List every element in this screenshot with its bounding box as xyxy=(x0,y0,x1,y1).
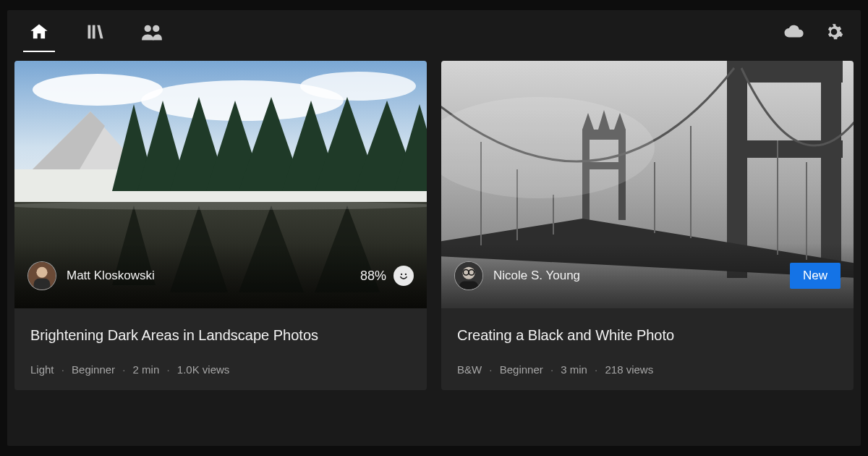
svg-rect-37 xyxy=(459,282,479,290)
meta-level: Beginner xyxy=(500,363,543,376)
meta-views: 218 views xyxy=(605,363,653,376)
card-thumbnail: Matt Kloskowski 88% xyxy=(14,61,427,308)
author-avatar xyxy=(454,261,483,290)
svg-rect-1 xyxy=(93,25,95,39)
rating: 88% xyxy=(360,266,414,286)
app-frame: Matt Kloskowski 88% Brightening Dark Are… xyxy=(7,10,861,446)
nav-library[interactable] xyxy=(81,10,110,56)
meta-duration: 3 min xyxy=(561,363,587,376)
cloud-icon xyxy=(783,22,804,45)
svg-point-3 xyxy=(153,25,159,32)
card-meta: Light · Beginner · 2 min · 1.0K views xyxy=(30,363,411,376)
svg-rect-0 xyxy=(88,25,91,39)
card-thumbnail: Nicole S. Young New xyxy=(441,61,854,308)
svg-rect-13 xyxy=(34,279,51,290)
nav-people[interactable] xyxy=(137,10,166,56)
rating-percent: 88% xyxy=(360,269,386,284)
nav-right xyxy=(783,10,843,56)
author-avatar xyxy=(27,261,56,290)
meta-duration: 2 min xyxy=(133,363,160,376)
meta-level: Beginner xyxy=(72,363,115,376)
smiley-icon xyxy=(393,266,414,286)
svg-point-15 xyxy=(405,274,407,275)
card-meta: B&W · Beginner · 3 min · 218 views xyxy=(457,363,838,376)
svg-point-10 xyxy=(14,201,427,210)
nav-settings[interactable] xyxy=(825,10,843,56)
home-icon xyxy=(29,22,49,45)
thumbnail-overlay: Matt Kloskowski 88% xyxy=(14,243,427,308)
card-row: Matt Kloskowski 88% Brightening Dark Are… xyxy=(7,61,861,390)
meta-views: 1.0K views xyxy=(177,363,230,376)
new-badge: New xyxy=(790,263,841,289)
meta-category: Light xyxy=(30,363,54,376)
people-icon xyxy=(141,22,163,45)
top-bar xyxy=(7,10,861,56)
nav-left xyxy=(25,10,783,56)
card-body: Brightening Dark Areas in Landscape Phot… xyxy=(14,308,427,390)
svg-point-2 xyxy=(145,25,151,32)
tutorial-card[interactable]: Nicole S. Young New Creating a Black and… xyxy=(441,61,854,390)
nav-home[interactable] xyxy=(25,10,54,56)
author-name: Matt Kloskowski xyxy=(67,269,155,283)
svg-point-14 xyxy=(401,274,402,275)
card-title: Brightening Dark Areas in Landscape Phot… xyxy=(30,326,411,345)
svg-point-12 xyxy=(36,267,47,278)
tutorial-card[interactable]: Matt Kloskowski 88% Brightening Dark Are… xyxy=(14,61,427,390)
meta-category: B&W xyxy=(457,363,482,376)
nav-cloud[interactable] xyxy=(783,10,804,56)
card-body: Creating a Black and White Photo B&W · B… xyxy=(441,308,854,390)
gear-icon xyxy=(825,22,843,44)
card-title: Creating a Black and White Photo xyxy=(457,326,838,345)
thumbnail-overlay: Nicole S. Young New xyxy=(441,243,854,308)
library-icon xyxy=(85,22,106,45)
svg-point-7 xyxy=(300,72,416,101)
author-name: Nicole S. Young xyxy=(493,269,580,283)
